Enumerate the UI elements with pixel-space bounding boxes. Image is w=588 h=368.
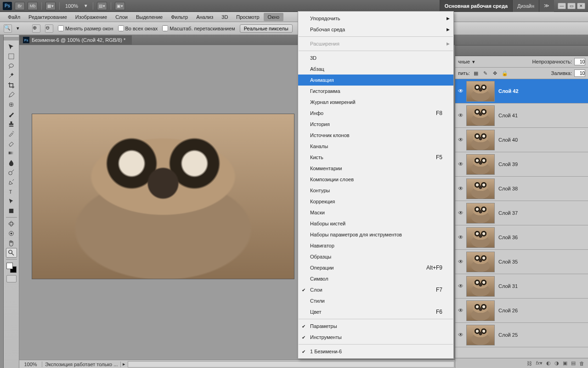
menu-анализ[interactable]: Анализ <box>192 13 217 21</box>
layer-thumbnail[interactable] <box>466 276 495 297</box>
layer-thumbnail[interactable] <box>466 325 495 345</box>
hand-tool[interactable] <box>6 238 17 248</box>
tools-grip[interactable] <box>4 37 19 40</box>
zoom-dropdown-icon[interactable]: ▾ <box>83 3 89 9</box>
lasso-tool[interactable] <box>6 61 17 71</box>
layer-name[interactable]: Слой 26 <box>498 308 518 313</box>
3d-camera-tool[interactable] <box>6 229 17 238</box>
window-close[interactable]: ✕ <box>577 3 585 9</box>
history-brush-tool[interactable] <box>6 129 17 138</box>
menu-редактирование[interactable]: Редактирование <box>24 13 71 21</box>
wand-tool[interactable] <box>6 71 17 80</box>
layer-name[interactable]: Слой 31 <box>498 283 518 289</box>
layer-name[interactable]: Слой 25 <box>498 332 518 338</box>
lock-position-icon[interactable]: ✥ <box>492 69 499 77</box>
workspace-tab-design[interactable]: Дизайн <box>512 0 539 12</box>
layer-mask-icon[interactable]: ◐ <box>546 360 551 366</box>
menu-фильтр[interactable]: Фильтр <box>167 13 192 21</box>
menu-item-каналы[interactable]: Каналы <box>298 141 453 152</box>
visibility-icon[interactable]: 👁 <box>455 112 466 119</box>
visibility-icon[interactable]: 👁 <box>455 185 466 192</box>
layer-thumbnail[interactable] <box>466 203 495 224</box>
canvas[interactable] <box>32 114 294 279</box>
gradient-tool[interactable] <box>6 148 17 158</box>
menu-item-параметры[interactable]: ✔Параметры <box>298 321 453 332</box>
3d-rotate-tool[interactable] <box>6 219 17 229</box>
menu-item-операции[interactable]: ОперацииAlt+F9 <box>298 262 453 273</box>
layer-thumbnail[interactable] <box>466 178 495 199</box>
path-select-tool[interactable] <box>6 196 17 206</box>
healing-tool[interactable] <box>6 100 17 109</box>
status-dropdown-icon[interactable]: ▸ <box>121 361 127 367</box>
menu-item-упорядочить[interactable]: Упорядочить▶ <box>298 13 453 24</box>
layer-thumbnail[interactable] <box>466 154 495 175</box>
visibility-icon[interactable]: 👁 <box>455 259 466 265</box>
layer-row[interactable]: 👁Слой 31 <box>455 274 588 299</box>
status-info[interactable]: Экспозиция работает только ... <box>42 362 121 367</box>
menu-слои[interactable]: Слои <box>111 13 132 21</box>
layer-thumbnail[interactable] <box>466 227 495 248</box>
visibility-icon[interactable]: 👁 <box>455 137 466 143</box>
dropdown-arrow-icon[interactable]: ▾ <box>17 25 19 31</box>
layer-thumbnail[interactable] <box>466 130 495 150</box>
workspace-tab-main[interactable]: Основная рабочая среда <box>440 0 512 12</box>
menu-файл[interactable]: Файл <box>4 13 24 21</box>
menu-item-гистограмма[interactable]: Гистограмма <box>298 86 453 97</box>
dodge-tool[interactable] <box>6 167 17 177</box>
bridge-button[interactable]: Br <box>15 2 25 10</box>
layer-name[interactable]: Слой 42 <box>498 88 519 94</box>
lock-all-icon[interactable]: 🔒 <box>501 69 509 77</box>
menu-item-журнал-измерений[interactable]: Журнал измерений <box>298 97 453 108</box>
all-windows-checkbox[interactable]: Во всех окнах <box>118 25 158 31</box>
menu-item-символ[interactable]: Символ <box>298 273 453 284</box>
layer-thumbnail[interactable] <box>466 81 495 102</box>
layer-group-icon[interactable]: ▣ <box>563 360 567 366</box>
pen-tool[interactable] <box>6 177 17 187</box>
layer-thumbnail[interactable] <box>466 252 495 272</box>
menu-item-рабочая-среда[interactable]: Рабочая среда▶ <box>298 24 453 35</box>
stamp-tool[interactable] <box>6 119 17 129</box>
layer-thumbnail[interactable] <box>466 300 495 321</box>
menu-item-слои[interactable]: ✔СлоиF7 <box>298 284 453 295</box>
zoom-in-icon[interactable]: ⊕ <box>32 24 40 33</box>
menu-item-наборы-параметров-для-инструментов[interactable]: Наборы параметров для инструментов <box>298 229 453 240</box>
layer-name[interactable]: Слой 37 <box>498 210 518 216</box>
screen-mode-button[interactable]: ▣▾ <box>115 2 125 10</box>
layer-row[interactable]: 👁Слой 35 <box>455 250 588 274</box>
opacity-input[interactable] <box>574 58 585 65</box>
layer-row[interactable]: 👁Слой 41 <box>455 104 588 128</box>
new-layer-icon[interactable]: ▤ <box>571 360 576 366</box>
layer-row[interactable]: 👁Слой 40 <box>455 128 588 152</box>
zoom-level[interactable]: 100% <box>63 3 80 9</box>
dropdown-icon[interactable]: ▾ <box>472 59 475 65</box>
fill-input[interactable] <box>574 69 585 77</box>
panel-tab-strip[interactable] <box>455 35 588 46</box>
menu-item-маски[interactable]: Маски <box>298 207 453 218</box>
color-swatches[interactable] <box>6 263 17 273</box>
visibility-icon[interactable]: 👁 <box>455 210 466 216</box>
eyedropper-tool[interactable] <box>6 90 17 100</box>
resize-windows-checkbox[interactable]: Менять размер окон <box>58 25 113 31</box>
view-extras-button[interactable]: ▦▾ <box>45 2 56 10</box>
menu-3d[interactable]: 3D <box>217 13 232 21</box>
visibility-icon[interactable]: 👁 <box>455 332 466 338</box>
zoom-out-icon[interactable]: ⊖ <box>45 24 53 33</box>
arrange-docs-button[interactable]: ▤▾ <box>97 2 107 10</box>
adjustment-layer-icon[interactable]: ◑ <box>554 360 559 366</box>
status-zoom[interactable]: 100% <box>19 362 42 367</box>
eraser-tool[interactable] <box>6 138 17 148</box>
lock-transparency-icon[interactable]: ▦ <box>472 69 480 77</box>
layer-name[interactable]: Слой 35 <box>498 259 518 264</box>
menu-item-3d[interactable]: 3D <box>298 52 453 63</box>
layer-name[interactable]: Слой 38 <box>498 186 518 191</box>
layer-row[interactable]: 👁Слой 26 <box>455 299 588 323</box>
window-restore[interactable]: ▭ <box>567 3 576 9</box>
menu-item-анимация[interactable]: Анимация <box>298 75 453 86</box>
menu-item-история[interactable]: История <box>298 119 453 130</box>
visibility-icon[interactable]: 👁 <box>455 234 466 241</box>
menu-item-инструменты[interactable]: ✔Инструменты <box>298 332 453 343</box>
menu-выделение[interactable]: Выделение <box>132 13 167 21</box>
menu-item-стили[interactable]: Стили <box>298 295 453 306</box>
menu-item-кисть[interactable]: КистьF5 <box>298 152 453 163</box>
layer-name[interactable]: Слой 39 <box>498 161 518 167</box>
